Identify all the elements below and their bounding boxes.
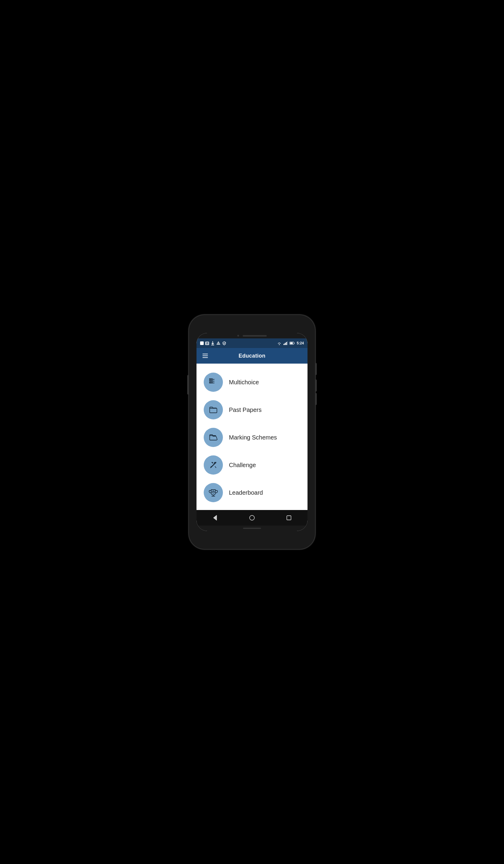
download-status-icon xyxy=(211,341,215,345)
past-papers-label: Past Papers xyxy=(229,407,262,413)
marking-schemes-label: Marking Schemes xyxy=(229,434,277,441)
svg-rect-9 xyxy=(286,342,287,345)
svg-marker-36 xyxy=(214,515,217,520)
camera-dot xyxy=(237,335,239,337)
leaderboard-icon-circle xyxy=(204,483,223,502)
svg-rect-17 xyxy=(210,381,211,382)
bottom-navigation xyxy=(196,510,308,526)
home-button[interactable] xyxy=(247,512,257,523)
multichoice-menu-item[interactable]: Multichoice xyxy=(201,368,303,396)
app-title: Education xyxy=(209,353,295,359)
phone-notch xyxy=(196,333,308,338)
multichoice-icon-circle xyxy=(204,373,223,392)
shield-status-icon xyxy=(222,341,226,345)
past-papers-icon-circle xyxy=(204,400,223,419)
multichoice-icon xyxy=(208,377,218,387)
speaker-grille xyxy=(243,335,267,337)
recents-button[interactable] xyxy=(284,512,294,523)
wifi-icon xyxy=(277,341,282,345)
app-nav-bar: Education xyxy=(196,348,308,363)
main-content: Multichoice Past Papers xyxy=(196,363,308,510)
marking-schemes-menu-item[interactable]: Marking Schemes xyxy=(201,424,303,451)
folder-open-icon xyxy=(208,432,218,443)
bottom-speaker xyxy=(243,528,261,529)
phone-device: 5:24 Education xyxy=(189,315,315,549)
phone-screen: 5:24 Education xyxy=(196,333,308,531)
clock-time: 5:24 xyxy=(297,341,304,345)
svg-rect-38 xyxy=(287,516,291,520)
hamburger-menu-button[interactable] xyxy=(201,352,209,359)
battery-icon xyxy=(289,341,295,345)
svg-rect-16 xyxy=(210,379,211,380)
swords-icon xyxy=(208,460,218,470)
status-right-icons: 5:24 xyxy=(277,341,304,345)
svg-rect-10 xyxy=(287,341,288,345)
folder-icon xyxy=(208,405,218,415)
marking-schemes-icon-circle xyxy=(204,428,223,447)
svg-rect-12 xyxy=(290,342,293,344)
svg-rect-8 xyxy=(285,343,286,345)
challenge-menu-item[interactable]: Challenge xyxy=(201,451,303,479)
square-status-icon xyxy=(200,341,204,345)
past-papers-menu-item[interactable]: Past Papers xyxy=(201,396,303,424)
multichoice-label: Multichoice xyxy=(229,379,259,386)
image-status-icon xyxy=(205,342,209,345)
svg-line-24 xyxy=(215,467,216,468)
trophy-icon xyxy=(208,488,218,498)
status-left-icons xyxy=(200,341,226,345)
svg-rect-7 xyxy=(284,344,285,345)
leaderboard-menu-item[interactable]: Leaderboard xyxy=(201,479,303,506)
signal-icon xyxy=(284,341,288,345)
challenge-label: Challenge xyxy=(229,462,256,469)
svg-point-37 xyxy=(250,515,254,520)
challenge-icon-circle xyxy=(204,455,223,475)
back-button[interactable] xyxy=(210,512,220,523)
leaderboard-label: Leaderboard xyxy=(229,489,263,496)
phone-chin xyxy=(196,526,308,531)
svg-marker-35 xyxy=(213,491,214,492)
warning-status-icon xyxy=(216,341,220,345)
svg-rect-18 xyxy=(210,383,211,383)
svg-line-27 xyxy=(214,462,215,463)
status-bar: 5:24 xyxy=(196,338,308,348)
